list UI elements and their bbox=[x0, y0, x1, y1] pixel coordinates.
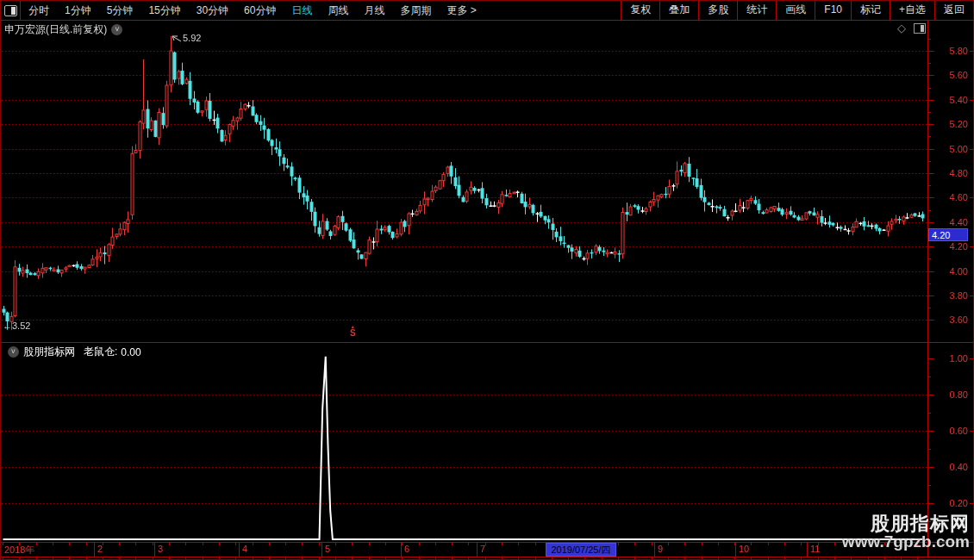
panel-icon bbox=[4, 5, 17, 16]
watermark: 股朋指标网 www.7gpzb.com bbox=[842, 513, 970, 551]
chevron-down-icon[interactable]: ˅ bbox=[8, 346, 19, 358]
chevron-down-icon[interactable]: ˅ bbox=[111, 24, 122, 35]
tab-period-10[interactable]: 更多 > bbox=[439, 2, 484, 20]
tab-period-4[interactable]: 30分钟 bbox=[189, 2, 236, 20]
year-label: 2018年 bbox=[4, 544, 34, 557]
tab-period-3[interactable]: 15分钟 bbox=[140, 2, 188, 20]
toolbar-actions: 复权叠加多股统计画线F10标记+自选返回 bbox=[621, 1, 973, 20]
price-axis-label: 4.00 bbox=[930, 266, 968, 277]
low-annotation: ←3.52 bbox=[3, 320, 30, 331]
price-axis-label: 5.80 bbox=[930, 46, 968, 56]
toolbar-action-2[interactable]: 多股 bbox=[698, 1, 737, 20]
indicator-name: 老鼠仓: bbox=[84, 345, 117, 359]
price-axis-label: 3.80 bbox=[930, 290, 968, 301]
price-axis-label: 5.00 bbox=[930, 144, 968, 154]
toolbar-action-1[interactable]: 叠加 bbox=[659, 1, 698, 20]
toolbar-action-5[interactable]: F10 bbox=[815, 1, 851, 20]
toolbar-action-3[interactable]: 统计 bbox=[737, 1, 776, 20]
date-axis-bottom-line bbox=[1, 557, 974, 557]
date-axis-top-line bbox=[1, 542, 974, 543]
price-axis-label: 5.40 bbox=[930, 95, 968, 105]
watermark-url: www.7gpzb.com bbox=[842, 533, 970, 551]
tdx-window: 分时1分钟5分钟15分钟30分钟60分钟日线周线月线多周期更多 > 复权叠加多股… bbox=[0, 0, 974, 560]
tab-period-5[interactable]: 60分钟 bbox=[236, 2, 284, 20]
toolbar-action-7[interactable]: +自选 bbox=[890, 1, 934, 20]
indicator-axis-label: 0.60 bbox=[930, 426, 968, 436]
indicator-axis-label: 0.80 bbox=[930, 389, 968, 400]
chart-title: 申万宏源(日线.前复权) bbox=[4, 22, 107, 37]
month-label-2: 2 bbox=[97, 544, 103, 554]
high-annotation: 5.92 bbox=[183, 33, 201, 43]
toolbar-action-4[interactable]: 画线 bbox=[776, 1, 815, 20]
tab-period-6[interactable]: 日线 bbox=[284, 2, 320, 20]
period-tabs: 分时1分钟5分钟15分钟30分钟60分钟日线周线月线多周期更多 > bbox=[21, 1, 484, 20]
toolbar-action-8[interactable]: 返回 bbox=[934, 1, 973, 20]
indicator-site-label: 股朋指标网 bbox=[23, 345, 75, 359]
tab-period-0[interactable]: 分时 bbox=[21, 2, 57, 20]
indicator-axis-label: 0.20 bbox=[930, 498, 968, 508]
top-toolbar: 分时1分钟5分钟15分钟30分钟60分钟日线周线月线多周期更多 > 复权叠加多股… bbox=[1, 1, 973, 21]
chart-title-row: 申万宏源(日线.前复权) ˅ bbox=[4, 22, 122, 37]
tab-period-2[interactable]: 5分钟 bbox=[99, 2, 141, 20]
date-cursor-box: 2019/07/25/四 bbox=[546, 543, 616, 557]
price-axis-label: 4.80 bbox=[930, 168, 968, 178]
layout-split-icon[interactable] bbox=[1, 1, 21, 20]
watermark-site: 股朋指标网 bbox=[842, 513, 970, 533]
title-icons: ◇ bbox=[897, 22, 926, 34]
indicator-axis-label: 0.40 bbox=[930, 462, 968, 472]
price-axis-label: 4.20 bbox=[930, 241, 968, 252]
signal-letter: S bbox=[350, 329, 356, 338]
axis-divider-line bbox=[927, 20, 928, 557]
signal-marker: ▴ S bbox=[350, 324, 356, 338]
indicator-axis-label: 1.00 bbox=[930, 353, 968, 364]
price-axis-label: 5.60 bbox=[930, 70, 968, 80]
month-label-3: 3 bbox=[158, 544, 163, 554]
indicator-value: 0.00 bbox=[121, 346, 140, 358]
panel-separator-line bbox=[1, 342, 974, 343]
month-label-4: 4 bbox=[242, 544, 247, 554]
tab-period-7[interactable]: 周线 bbox=[320, 2, 356, 20]
month-label-11: 11 bbox=[810, 544, 820, 554]
price-axis-label: 3.60 bbox=[930, 314, 968, 325]
tab-period-9[interactable]: 多周期 bbox=[392, 2, 439, 20]
month-label-6: 6 bbox=[404, 544, 409, 554]
indicator-header: ˅ 股朋指标网 老鼠仓: 0.00 bbox=[3, 345, 141, 359]
toolbar-action-0[interactable]: 复权 bbox=[621, 1, 659, 20]
split-view-icon[interactable] bbox=[914, 23, 926, 34]
tab-period-8[interactable]: 月线 bbox=[356, 2, 392, 20]
toolbar-action-6[interactable]: 标记 bbox=[851, 1, 890, 20]
tab-period-1[interactable]: 1分钟 bbox=[57, 2, 99, 20]
month-label-7: 7 bbox=[480, 544, 485, 554]
month-label-10: 10 bbox=[739, 544, 749, 554]
candlestick-chart-canvas[interactable] bbox=[1, 1, 974, 560]
price-axis-label: 5.20 bbox=[930, 119, 968, 129]
month-label-5: 5 bbox=[325, 544, 330, 554]
price-cursor-box: 4.20 bbox=[928, 228, 968, 241]
diamond-icon[interactable]: ◇ bbox=[897, 22, 906, 34]
price-axis-label: 4.60 bbox=[930, 192, 968, 202]
price-axis-label: 4.40 bbox=[930, 217, 968, 227]
month-label-9: 9 bbox=[658, 544, 663, 554]
